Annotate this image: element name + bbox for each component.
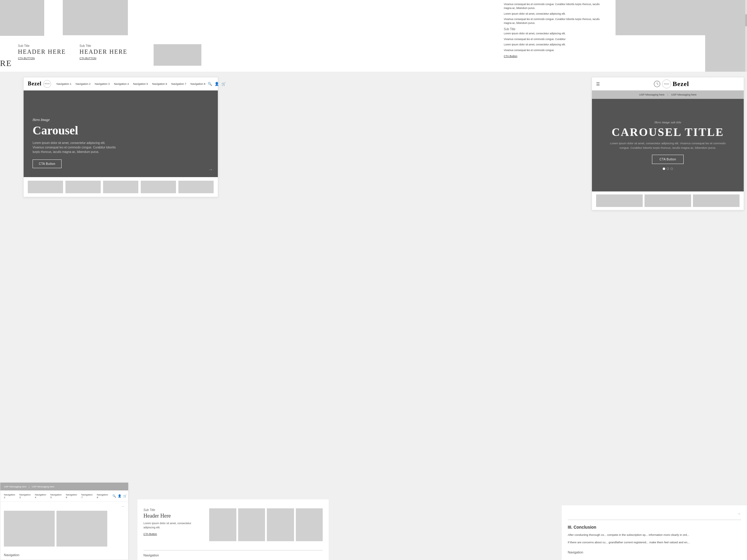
nav-link-8[interactable]: Navigation 8 [190,82,205,85]
nav-link-5[interactable]: Navigation 5 [133,82,148,85]
bottom-nav-link-5[interactable]: Navigation 6 [66,494,77,499]
conclusion-title: III. Conclusion [568,525,741,530]
bottom-mid-sub-title: Sub Title [144,508,203,512]
fragment-text: re [0,58,12,68]
right-hero-title: CAROUSEL TITLE [608,126,727,138]
bottom-img-2 [238,508,265,541]
top-right-body6: Lorem ipsum dolor sit amet, consectetur … [504,43,605,47]
dot-3[interactable] [670,167,673,170]
clock-icon [653,80,661,87]
bottom-nav-link-7[interactable]: Navigation 8 [97,494,108,499]
nav-link-2[interactable]: Navigation 2 [76,82,91,85]
rolex-label-right: ROLEX [664,83,669,85]
bottom-mid-content: Sub Title Header Here Lorem ipsum dolor … [137,499,329,550]
right-nav-bar: ☰ ROLEX Bezel [592,77,744,90]
hamburger-icon[interactable]: ☰ [596,82,600,86]
thumb-1 [28,181,63,193]
hero-body: Lorem ipsum dolor sit amet, consectetur … [32,141,116,154]
conclusion-para1: After conducting thorough co... compete … [568,533,741,537]
bottom-user-icon[interactable]: 👤 [118,494,121,498]
bottom-gray-2 [56,511,107,546]
bottom-cart-icon[interactable]: 🛒 [123,494,127,498]
desktop-thumbnails [24,177,218,197]
thumb-5 [178,181,214,193]
usp-bar: USP Messaging here | USP Messaging here [592,90,744,99]
top-header: HEADER HERE [79,48,163,55]
bottom-gray-1 [4,511,55,546]
dot-2[interactable] [667,167,669,170]
top-right-body3: Vivamus consequat leo et commodo congue.… [504,17,605,25]
bottom-left-nav: Navigation 2 Navigation 3 Navigation 4 N… [0,490,128,502]
top-sub-title: Sub Title [79,44,163,48]
desktop-nav-links: Navigation 1 Navigation 2 Navigation 3 N… [56,82,205,85]
carousel-arrow-right[interactable]: → [208,167,213,172]
bottom-nav-link-6[interactable]: Navigation 7 [81,494,93,499]
right-thumb-2 [645,194,691,207]
desktop-nav-icons: 🔍 👤 🛒 [208,82,226,86]
bottom-nav-icons: 🔍 👤 🛒 [112,494,127,498]
bottom-left-panel: USP Messaging here | USP Messaging here … [0,482,128,560]
right-hero-cta-button[interactable]: CTA Button [652,155,684,164]
bottom-mid-cta[interactable]: CTA Button [144,533,203,535]
hero-cta-button[interactable]: CTA Button [32,159,61,168]
top-wireframe-panel: Sub Title HEADER HERE CTA BUTTON Vivamus… [0,0,747,72]
bottom-usp-divider: | [29,485,29,488]
user-icon[interactable]: 👤 [214,82,219,86]
right-hero: Hero image sub title CAROUSEL TITLE Lore… [592,99,744,191]
right-nav-logo-area: ROLEX Bezel [653,79,689,88]
usp-divider: | [668,93,668,96]
right-thumbnails [592,191,744,210]
bottom-right-arrow[interactable]: → [568,511,741,516]
nav-link-6[interactable]: Navigation 6 [152,82,167,85]
desktop-mockup: Bezel ROLEX Navigation 1 Navigation 2 Na… [23,77,218,197]
bottom-nav-link-1[interactable]: Navigation 2 [4,494,15,499]
top-right-body7: Vivamus consequat leo et commodo congue. [504,48,605,52]
right-brand-circle: ROLEX [662,79,671,88]
right-hero-eyebrow: Hero image sub title [608,121,727,124]
search-icon[interactable]: 🔍 [208,82,212,86]
top-right-image-placeholder [154,44,201,66]
right-scrollbar-track [745,0,747,72]
top-right-cta[interactable]: CTA Button [504,55,605,58]
conclusion-para2: If there are concerns about cu... grandf… [568,540,741,544]
thumb-3 [103,181,138,193]
bottom-search-icon[interactable]: 🔍 [112,494,116,498]
top-right-body4: Lorem ipsum dolor sit amet, consectetur … [504,32,605,35]
right-mockup: ☰ ROLEX Bezel USP Messaging here | USP M… [592,77,744,210]
dot-1[interactable] [663,167,665,170]
right-thumb-3 [693,194,740,207]
nav-link-1[interactable]: Navigation 1 [56,82,71,85]
bottom-mid-header: Header Here [144,513,203,519]
svg-line-2 [657,84,658,84]
bottom-nav-link-4[interactable]: Navigation 5 [50,494,61,499]
bottom-left-navigation-label: Navigation [0,550,128,560]
conclusion-block: III. Conclusion After conducting thoroug… [568,525,741,544]
nav-link-4[interactable]: Navigation 4 [114,82,129,85]
bottom-usp-1: USP Messaging here [4,485,26,488]
bottom-mid-images [209,508,323,541]
top-left-cta[interactable]: CTA BUTTON [18,57,78,60]
bottom-left-arrow[interactable]: → [0,502,128,511]
bottom-mid-text: Sub Title Header Here Lorem ipsum dolor … [144,508,203,541]
top-right-body5: Vivamus consequat leo et commodo congue.… [504,37,605,41]
top-right-gray-block [616,0,747,35]
desktop-nav-bar: Bezel ROLEX Navigation 1 Navigation 2 Na… [24,77,218,90]
nav-link-3[interactable]: Navigation 3 [95,82,110,85]
bottom-usp-2: USP Messaging here [32,485,54,488]
bottom-img-3 [267,508,294,541]
right-brand-name: Bezel [673,80,689,88]
desktop-hero: Hero Image Carousel Lorem ipsum dolor si… [24,90,218,177]
nav-link-7[interactable]: Navigation 7 [171,82,186,85]
top-col2-gray-block [63,0,128,35]
bottom-nav-link-2[interactable]: Navigation 3 [20,494,31,499]
thumb-4 [141,181,176,193]
top-cta-link[interactable]: CTA BUTTON [79,57,163,60]
brand-logo-circle: ROLEX [43,80,51,88]
usp-text-2: USP Messaging here [671,93,696,96]
cart-icon[interactable]: 🛒 [222,82,226,86]
top-right-body1: Vivamus consequat leo et commodo congue.… [504,2,605,10]
bottom-nav-link-3[interactable]: Navigation 4 [35,494,46,499]
bottom-right-panel: → III. Conclusion After conducting thoro… [562,505,747,560]
bottom-img-4 [296,508,323,541]
right-hero-content: Hero image sub title CAROUSEL TITLE Lore… [608,121,727,170]
